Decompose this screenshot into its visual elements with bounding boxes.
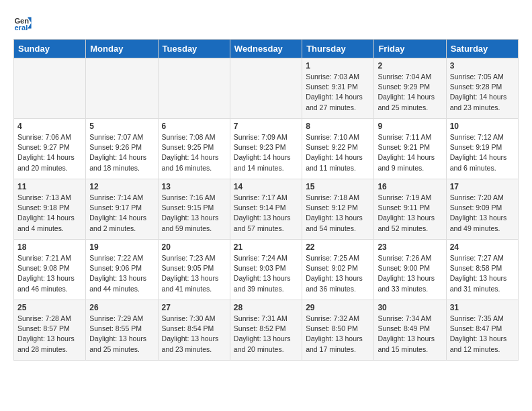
calendar-day-11: 11Sunrise: 7:13 AM Sunset: 9:18 PM Dayli… <box>14 179 86 240</box>
calendar-day-12: 12Sunrise: 7:14 AM Sunset: 9:17 PM Dayli… <box>86 179 158 240</box>
day-info: Sunrise: 7:07 AM Sunset: 9:26 PM Dayligh… <box>89 132 154 173</box>
day-info: Sunrise: 7:30 AM Sunset: 8:54 PM Dayligh… <box>162 314 226 355</box>
calendar-day-13: 13Sunrise: 7:16 AM Sunset: 9:15 PM Dayli… <box>158 179 230 240</box>
calendar-day-28: 28Sunrise: 7:31 AM Sunset: 8:52 PM Dayli… <box>230 300 302 361</box>
calendar-day-3: 3Sunrise: 7:05 AM Sunset: 9:28 PM Daylig… <box>446 58 518 119</box>
day-info: Sunrise: 7:24 AM Sunset: 9:03 PM Dayligh… <box>234 253 298 294</box>
logo: Gen eral <box>13 13 35 32</box>
calendar-day-2: 2Sunrise: 7:04 AM Sunset: 9:29 PM Daylig… <box>374 58 446 119</box>
day-info: Sunrise: 7:04 AM Sunset: 9:29 PM Dayligh… <box>378 72 442 113</box>
day-number: 24 <box>450 242 515 252</box>
calendar-day-17: 17Sunrise: 7:20 AM Sunset: 9:09 PM Dayli… <box>446 179 518 240</box>
calendar-day-9: 9Sunrise: 7:11 AM Sunset: 9:21 PM Daylig… <box>374 119 446 179</box>
column-header-wednesday: Wednesday <box>230 40 302 58</box>
day-number: 16 <box>378 182 442 191</box>
calendar-day-18: 18Sunrise: 7:21 AM Sunset: 9:08 PM Dayli… <box>14 240 86 300</box>
column-header-thursday: Thursday <box>302 40 374 58</box>
day-number: 17 <box>450 182 515 191</box>
calendar-day-15: 15Sunrise: 7:18 AM Sunset: 9:12 PM Dayli… <box>302 179 374 240</box>
logo-icon: Gen eral <box>13 13 32 32</box>
calendar-day-1: 1Sunrise: 7:03 AM Sunset: 9:31 PM Daylig… <box>302 58 374 119</box>
calendar-day-16: 16Sunrise: 7:19 AM Sunset: 9:11 PM Dayli… <box>374 179 446 240</box>
calendar-day-22: 22Sunrise: 7:25 AM Sunset: 9:02 PM Dayli… <box>302 240 374 300</box>
calendar-day-21: 21Sunrise: 7:24 AM Sunset: 9:03 PM Dayli… <box>230 240 302 300</box>
day-number: 4 <box>17 122 82 131</box>
day-info: Sunrise: 7:35 AM Sunset: 8:47 PM Dayligh… <box>450 314 515 355</box>
day-number: 6 <box>162 122 226 131</box>
calendar-empty-cell <box>86 58 158 119</box>
day-info: Sunrise: 7:19 AM Sunset: 9:11 PM Dayligh… <box>378 193 442 234</box>
day-info: Sunrise: 7:29 AM Sunset: 8:55 PM Dayligh… <box>89 314 154 355</box>
day-info: Sunrise: 7:20 AM Sunset: 9:09 PM Dayligh… <box>450 193 515 234</box>
day-number: 14 <box>234 182 298 191</box>
calendar-empty-cell <box>158 58 230 119</box>
day-info: Sunrise: 7:23 AM Sunset: 9:05 PM Dayligh… <box>162 253 226 294</box>
day-info: Sunrise: 7:16 AM Sunset: 9:15 PM Dayligh… <box>162 193 226 234</box>
calendar-week-row: 1Sunrise: 7:03 AM Sunset: 9:31 PM Daylig… <box>14 58 519 119</box>
day-number: 27 <box>162 303 226 312</box>
day-info: Sunrise: 7:31 AM Sunset: 8:52 PM Dayligh… <box>234 314 298 355</box>
day-number: 29 <box>306 303 370 312</box>
day-number: 19 <box>89 242 154 252</box>
calendar-table: SundayMondayTuesdayWednesdayThursdayFrid… <box>13 39 519 361</box>
calendar-day-26: 26Sunrise: 7:29 AM Sunset: 8:55 PM Dayli… <box>86 300 158 361</box>
day-number: 5 <box>89 122 154 131</box>
day-number: 20 <box>162 242 226 252</box>
day-number: 21 <box>234 242 298 252</box>
day-info: Sunrise: 7:27 AM Sunset: 8:58 PM Dayligh… <box>450 253 515 294</box>
day-number: 25 <box>17 303 82 312</box>
calendar-day-4: 4Sunrise: 7:06 AM Sunset: 9:27 PM Daylig… <box>14 119 86 179</box>
day-info: Sunrise: 7:26 AM Sunset: 9:00 PM Dayligh… <box>378 253 442 294</box>
calendar-day-8: 8Sunrise: 7:10 AM Sunset: 9:22 PM Daylig… <box>302 119 374 179</box>
day-info: Sunrise: 7:18 AM Sunset: 9:12 PM Dayligh… <box>306 193 370 234</box>
day-number: 7 <box>234 122 298 131</box>
page-header: Gen eral <box>13 13 519 32</box>
calendar-day-10: 10Sunrise: 7:12 AM Sunset: 9:19 PM Dayli… <box>446 119 518 179</box>
day-info: Sunrise: 7:17 AM Sunset: 9:14 PM Dayligh… <box>234 193 298 234</box>
day-info: Sunrise: 7:34 AM Sunset: 8:49 PM Dayligh… <box>378 314 442 355</box>
day-number: 10 <box>450 122 515 131</box>
day-info: Sunrise: 7:08 AM Sunset: 9:25 PM Dayligh… <box>162 132 226 173</box>
column-header-sunday: Sunday <box>14 40 86 58</box>
calendar-day-29: 29Sunrise: 7:32 AM Sunset: 8:50 PM Dayli… <box>302 300 374 361</box>
calendar-week-row: 4Sunrise: 7:06 AM Sunset: 9:27 PM Daylig… <box>14 119 519 179</box>
day-number: 31 <box>450 303 515 312</box>
day-number: 8 <box>306 122 370 131</box>
day-info: Sunrise: 7:22 AM Sunset: 9:06 PM Dayligh… <box>89 253 154 294</box>
day-info: Sunrise: 7:14 AM Sunset: 9:17 PM Dayligh… <box>89 193 154 234</box>
day-number: 12 <box>89 182 154 191</box>
day-number: 18 <box>17 242 82 252</box>
day-info: Sunrise: 7:10 AM Sunset: 9:22 PM Dayligh… <box>306 132 370 173</box>
day-number: 28 <box>234 303 298 312</box>
calendar-day-25: 25Sunrise: 7:28 AM Sunset: 8:57 PM Dayli… <box>14 300 86 361</box>
svg-text:eral: eral <box>14 24 28 32</box>
calendar-day-31: 31Sunrise: 7:35 AM Sunset: 8:47 PM Dayli… <box>446 300 518 361</box>
column-header-friday: Friday <box>374 40 446 58</box>
calendar-week-row: 18Sunrise: 7:21 AM Sunset: 9:08 PM Dayli… <box>14 240 519 300</box>
calendar-day-23: 23Sunrise: 7:26 AM Sunset: 9:00 PM Dayli… <box>374 240 446 300</box>
calendar-week-row: 11Sunrise: 7:13 AM Sunset: 9:18 PM Dayli… <box>14 179 519 240</box>
calendar-day-19: 19Sunrise: 7:22 AM Sunset: 9:06 PM Dayli… <box>86 240 158 300</box>
column-header-monday: Monday <box>86 40 158 58</box>
calendar-week-row: 25Sunrise: 7:28 AM Sunset: 8:57 PM Dayli… <box>14 300 519 361</box>
day-info: Sunrise: 7:05 AM Sunset: 9:28 PM Dayligh… <box>450 72 515 113</box>
day-info: Sunrise: 7:21 AM Sunset: 9:08 PM Dayligh… <box>17 253 82 294</box>
day-number: 23 <box>378 242 442 252</box>
day-number: 13 <box>162 182 226 191</box>
calendar-day-20: 20Sunrise: 7:23 AM Sunset: 9:05 PM Dayli… <box>158 240 230 300</box>
day-number: 22 <box>306 242 370 252</box>
day-number: 11 <box>17 182 82 191</box>
day-number: 26 <box>89 303 154 312</box>
calendar-empty-cell <box>14 58 86 119</box>
day-number: 15 <box>306 182 370 191</box>
column-header-tuesday: Tuesday <box>158 40 230 58</box>
day-info: Sunrise: 7:12 AM Sunset: 9:19 PM Dayligh… <box>450 132 515 173</box>
day-info: Sunrise: 7:28 AM Sunset: 8:57 PM Dayligh… <box>17 314 82 355</box>
day-number: 9 <box>378 122 442 131</box>
day-info: Sunrise: 7:25 AM Sunset: 9:02 PM Dayligh… <box>306 253 370 294</box>
day-info: Sunrise: 7:09 AM Sunset: 9:23 PM Dayligh… <box>234 132 298 173</box>
calendar-day-7: 7Sunrise: 7:09 AM Sunset: 9:23 PM Daylig… <box>230 119 302 179</box>
column-header-saturday: Saturday <box>446 40 518 58</box>
day-info: Sunrise: 7:03 AM Sunset: 9:31 PM Dayligh… <box>306 72 370 113</box>
day-number: 3 <box>450 61 515 71</box>
